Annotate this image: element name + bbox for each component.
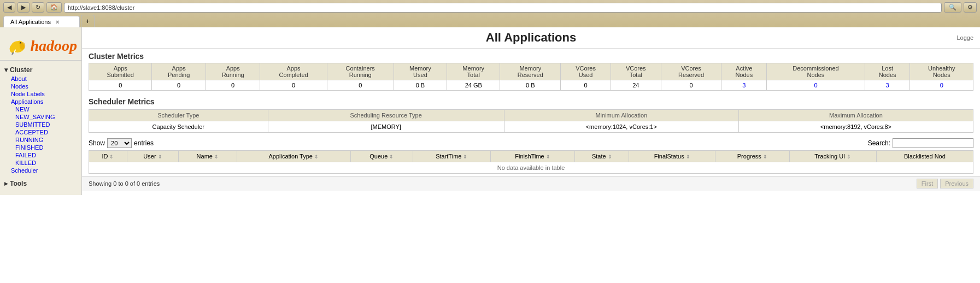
logged-in-label: Logge	[956, 34, 973, 41]
home-button[interactable]: 🏠	[46, 2, 62, 13]
val-vcores-reserved: 0	[661, 80, 721, 91]
val-vcores-used: 0	[561, 80, 611, 91]
pagination-buttons: First Previous	[917, 179, 973, 188]
col-memory-used: MemoryUsed	[394, 63, 447, 80]
url-display: http://slave1:8088/cluster	[68, 4, 134, 11]
cluster-label: Cluster	[10, 66, 32, 74]
sidebar-item-scheduler[interactable]: Scheduler	[4, 167, 77, 174]
browser-search-button[interactable]: 🔍	[944, 2, 961, 13]
col-apps-completed: AppsCompleted	[260, 63, 327, 80]
col-apps-submitted: AppsSubmitted	[89, 63, 152, 80]
val-scheduler-type: Capacity Scheduler	[89, 121, 268, 133]
val-apps-pending: 0	[152, 80, 206, 91]
val-apps-completed: 0	[260, 80, 327, 91]
active-tab[interactable]: All Applications ✕	[3, 16, 80, 27]
val-apps-running: 0	[206, 80, 260, 91]
col-apps-running: AppsRunning	[206, 63, 260, 80]
expand-arrow-icon: ▸	[4, 180, 8, 187]
sort-arrows-start: ⇕	[463, 154, 467, 160]
sidebar-item-finished[interactable]: FINISHED	[4, 144, 77, 151]
col-tracking-ui[interactable]: Tracking UI ⇕	[789, 151, 876, 162]
search-area: Search:	[868, 138, 973, 148]
col-finish-time[interactable]: FinishTime ⇕	[490, 151, 574, 162]
sidebar-item-killed[interactable]: KILLED	[4, 159, 77, 167]
col-blacklisted-nodes: Blacklisted Nod	[876, 151, 973, 162]
forward-button[interactable]: ▶	[17, 2, 30, 13]
sort-arrows-type: ⇕	[314, 154, 319, 160]
sort-arrows-finish: ⇕	[546, 154, 550, 160]
col-queue[interactable]: Queue ⇕	[350, 151, 413, 162]
col-final-status[interactable]: FinalStatus ⇕	[629, 151, 715, 162]
decommissioned-link[interactable]: 0	[814, 82, 817, 89]
cluster-section-header[interactable]: ▾ Cluster	[4, 65, 77, 75]
val-memory-used: 0 B	[394, 80, 447, 91]
col-name[interactable]: Name ⇕	[179, 151, 237, 162]
sidebar-item-submitted[interactable]: SUBMITTED	[4, 121, 77, 128]
sidebar-item-new-saving[interactable]: NEW_SAVING	[4, 113, 77, 121]
address-bar[interactable]: http://slave1:8088/cluster	[64, 3, 942, 13]
apps-table: ID ⇕ User ⇕ Name ⇕ Application Type ⇕ Qu…	[89, 150, 973, 174]
sidebar-item-applications[interactable]: Applications	[4, 98, 77, 105]
col-lost-nodes: LostNodes	[865, 63, 910, 80]
hadoop-text-logo: hadoop	[30, 37, 77, 55]
search-input[interactable]	[893, 138, 973, 148]
new-tab-button[interactable]: +	[81, 15, 95, 27]
hadoop-logo: hadoop	[4, 35, 77, 57]
scheduler-metrics-table: Scheduler Type Scheduling Resource Type …	[89, 109, 973, 133]
sidebar-item-failed[interactable]: FAILED	[4, 151, 77, 159]
svg-point-4	[20, 42, 25, 50]
val-memory-total: 24 GB	[447, 80, 500, 91]
scheduler-metrics-section: Scheduler Metrics Scheduler Type Schedul…	[82, 94, 980, 136]
apps-table-header: ID ⇕ User ⇕ Name ⇕ Application Type ⇕ Qu…	[89, 151, 973, 162]
val-memory-reserved: 0 B	[500, 80, 561, 91]
col-containers-running: ContainersRunning	[327, 63, 394, 80]
browser-toolbar: ◀ ▶ ↻ 🏠 http://slave1:8088/cluster 🔍 ⚙	[3, 2, 977, 13]
col-start-time[interactable]: StartTime ⇕	[413, 151, 490, 162]
col-user[interactable]: User ⇕	[127, 151, 178, 162]
previous-button[interactable]: Previous	[940, 179, 973, 188]
cluster-metrics-title: Cluster Metrics	[89, 52, 973, 61]
show-entries-select[interactable]: 20 50 100	[107, 138, 132, 148]
sidebar-tools-section: ▸ Tools	[0, 176, 81, 191]
sidebar-item-new[interactable]: NEW	[4, 105, 77, 113]
menu-button[interactable]: ⚙	[964, 2, 977, 13]
no-data-row: No data available in table	[89, 162, 973, 174]
hadoop-elephant-icon	[4, 35, 28, 57]
no-data-label: No data available in table	[89, 162, 973, 174]
back-button[interactable]: ◀	[3, 2, 15, 13]
sidebar-item-running[interactable]: RUNNING	[4, 136, 77, 144]
active-nodes-link[interactable]: 3	[742, 82, 746, 89]
sort-arrows-final: ⇕	[686, 154, 690, 160]
col-scheduler-type: Scheduler Type	[89, 110, 268, 121]
sidebar-item-node-labels[interactable]: Node Labels	[4, 90, 77, 98]
col-id[interactable]: ID ⇕	[89, 151, 127, 162]
sort-arrows-name: ⇕	[214, 154, 219, 160]
col-state[interactable]: State ⇕	[575, 151, 629, 162]
sort-arrows-state: ⇕	[608, 154, 612, 160]
col-memory-reserved: MemoryReserved	[500, 63, 561, 80]
val-containers-running: 0	[327, 80, 394, 91]
tools-section-header[interactable]: ▸ Tools	[4, 179, 77, 188]
reload-button[interactable]: ↻	[32, 2, 44, 13]
tools-label: Tools	[10, 180, 27, 187]
body-layout: hadoop ▾ Cluster About Nodes Node Labels…	[0, 27, 980, 195]
val-min-allocation: <memory:1024, vCores:1>	[504, 121, 738, 133]
sidebar-item-accepted[interactable]: ACCEPTED	[4, 128, 77, 136]
first-button[interactable]: First	[917, 179, 938, 188]
lost-nodes-link[interactable]: 3	[886, 82, 889, 89]
col-decommissioned-nodes: DecommissionedNodes	[767, 63, 865, 80]
cluster-metrics-table: AppsSubmitted AppsPending AppsRunning Ap…	[89, 63, 973, 91]
tab-close-icon[interactable]: ✕	[55, 19, 60, 25]
sidebar-item-nodes[interactable]: Nodes	[4, 82, 77, 90]
unhealthy-link[interactable]: 0	[940, 82, 943, 89]
col-progress[interactable]: Progress ⇕	[715, 151, 789, 162]
sort-arrows-user: ⇕	[158, 154, 162, 160]
sidebar-item-about[interactable]: About	[4, 75, 77, 82]
sort-arrows-queue: ⇕	[389, 154, 394, 160]
val-apps-submitted: 0	[89, 80, 152, 91]
col-app-type[interactable]: Application Type ⇕	[237, 151, 350, 162]
col-memory-total: MemoryTotal	[447, 63, 500, 80]
val-lost-nodes: 3	[865, 80, 910, 91]
apps-section: Show 20 50 100 entries Search: ID ⇕	[82, 136, 980, 176]
page-title: All Applications	[384, 31, 679, 45]
